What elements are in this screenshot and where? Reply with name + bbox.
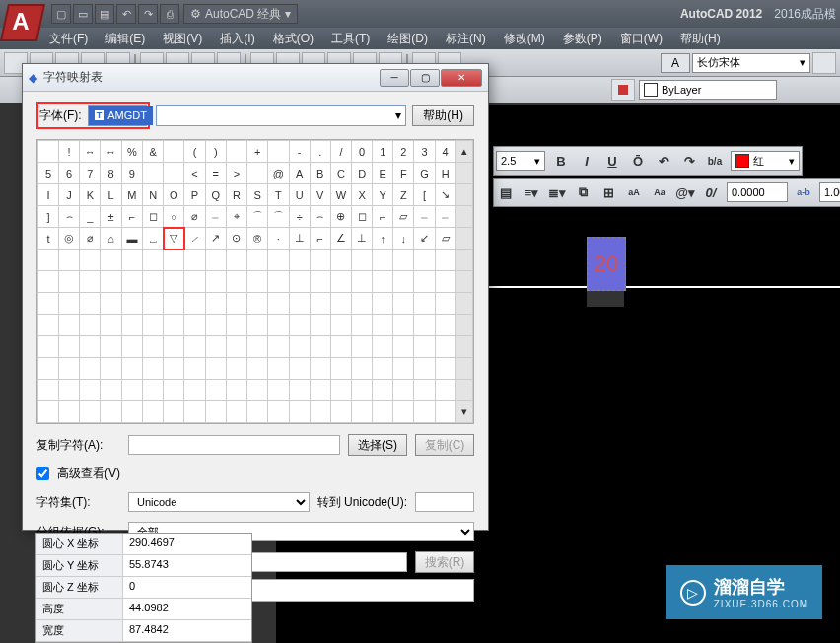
char-cell[interactable]: ⊥: [289, 228, 310, 250]
char-cell[interactable]: [164, 293, 184, 315]
copy-chars-input[interactable]: [128, 435, 340, 455]
char-cell[interactable]: 5: [38, 163, 59, 184]
char-cell[interactable]: [330, 380, 351, 401]
char-cell[interactable]: 1: [373, 141, 393, 163]
char-cell[interactable]: [184, 358, 205, 380]
justify-button[interactable]: ≡▾: [522, 182, 541, 202]
copy-button[interactable]: 复制(C): [415, 434, 474, 456]
char-cell[interactable]: [121, 315, 142, 336]
char-cell[interactable]: [393, 315, 414, 336]
char-cell[interactable]: [310, 315, 330, 336]
char-cell[interactable]: ▬: [121, 228, 142, 250]
char-cell[interactable]: ⏤: [205, 206, 226, 228]
char-cell[interactable]: ↘: [435, 184, 455, 206]
char-cell[interactable]: [289, 380, 310, 401]
char-cell[interactable]: [58, 293, 79, 315]
char-cell[interactable]: [58, 315, 79, 336]
char-cell[interactable]: [184, 336, 205, 358]
char-cell[interactable]: [246, 293, 267, 315]
char-cell[interactable]: ↑: [373, 228, 393, 250]
char-cell[interactable]: [143, 250, 164, 271]
char-cell[interactable]: [246, 163, 267, 184]
char-cell[interactable]: [393, 293, 414, 315]
char-cell[interactable]: [352, 293, 373, 315]
char-cell[interactable]: [184, 250, 205, 271]
char-cell[interactable]: [414, 401, 435, 423]
char-cell[interactable]: ⎵: [143, 228, 164, 250]
advanced-view-checkbox[interactable]: [36, 467, 49, 480]
char-cell[interactable]: [38, 315, 59, 336]
char-cell[interactable]: [373, 315, 393, 336]
qat-undo[interactable]: ↶: [116, 4, 136, 24]
qat-print[interactable]: ⎙: [160, 4, 179, 24]
char-cell[interactable]: U: [289, 184, 310, 206]
char-cell[interactable]: !: [58, 141, 79, 163]
char-cell[interactable]: [226, 358, 246, 380]
char-cell[interactable]: ⊙: [226, 228, 246, 250]
char-cell[interactable]: [330, 271, 351, 293]
char-cell[interactable]: [310, 380, 330, 401]
char-cell[interactable]: ⏤: [414, 206, 435, 228]
char-cell[interactable]: [38, 293, 59, 315]
char-cell[interactable]: N: [143, 184, 164, 206]
grid-scrollbar[interactable]: ▾: [455, 401, 472, 423]
char-cell[interactable]: [246, 271, 267, 293]
char-cell[interactable]: [38, 380, 59, 401]
char-cell[interactable]: [101, 293, 121, 315]
dialog-titlebar[interactable]: ◆ 字符映射表 ─ ▢ ✕: [23, 64, 488, 92]
char-cell[interactable]: [164, 380, 184, 401]
prop-value[interactable]: 290.4697: [123, 534, 251, 554]
char-cell[interactable]: [58, 250, 79, 271]
char-cell[interactable]: ↔: [80, 141, 101, 163]
char-cell[interactable]: [80, 401, 101, 423]
char-cell[interactable]: [121, 358, 142, 380]
char-cell[interactable]: [373, 250, 393, 271]
char-cell[interactable]: _: [80, 206, 101, 228]
char-cell[interactable]: [414, 293, 435, 315]
char-cell[interactable]: 0: [352, 141, 373, 163]
char-cell[interactable]: ◎: [58, 228, 79, 250]
char-cell[interactable]: [393, 336, 414, 358]
char-cell[interactable]: [80, 250, 101, 271]
char-cell[interactable]: [435, 358, 455, 380]
char-cell[interactable]: [101, 358, 121, 380]
char-cell[interactable]: [414, 358, 435, 380]
char-cell[interactable]: O: [164, 184, 184, 206]
close-button[interactable]: ✕: [441, 69, 482, 87]
char-cell[interactable]: [352, 401, 373, 423]
char-cell[interactable]: ): [205, 141, 226, 163]
grid-scrollbar[interactable]: [455, 315, 472, 336]
width-factor-input[interactable]: 1.00: [819, 182, 840, 202]
char-cell[interactable]: [226, 293, 246, 315]
grid-scrollbar[interactable]: ▴: [455, 141, 472, 163]
char-cell[interactable]: [58, 336, 79, 358]
grid-scrollbar[interactable]: [455, 380, 472, 401]
char-cell[interactable]: [226, 401, 246, 423]
char-cell[interactable]: [184, 271, 205, 293]
char-cell[interactable]: ⟋: [184, 228, 205, 250]
menu-tools[interactable]: 工具(T): [331, 31, 370, 47]
oblique-button[interactable]: 0/: [701, 182, 721, 202]
char-cell[interactable]: [121, 271, 142, 293]
char-cell[interactable]: [38, 250, 59, 271]
char-cell[interactable]: [414, 380, 435, 401]
char-cell[interactable]: [330, 401, 351, 423]
char-cell[interactable]: [246, 336, 267, 358]
mtext-selection[interactable]: 20: [587, 237, 626, 291]
char-cell[interactable]: [268, 358, 289, 380]
char-cell[interactable]: ⊕: [330, 206, 351, 228]
char-cell[interactable]: [435, 271, 455, 293]
char-cell[interactable]: [38, 141, 59, 163]
char-cell[interactable]: J: [58, 184, 79, 206]
char-cell[interactable]: ·: [268, 228, 289, 250]
char-cell[interactable]: [164, 250, 184, 271]
char-cell[interactable]: [393, 358, 414, 380]
char-cell[interactable]: D: [352, 163, 373, 184]
mtext-editor[interactable]: 20: [587, 237, 626, 306]
char-cell[interactable]: [289, 401, 310, 423]
char-cell[interactable]: W: [330, 184, 351, 206]
workspace-dropdown[interactable]: ⚙ AutoCAD 经典 ▾: [183, 4, 298, 24]
char-cell[interactable]: [143, 293, 164, 315]
char-cell[interactable]: [414, 315, 435, 336]
character-grid[interactable]: !↔↔%&()+-./01234▴56789<=>@ABCDEFGHIJKLMN…: [36, 139, 474, 424]
